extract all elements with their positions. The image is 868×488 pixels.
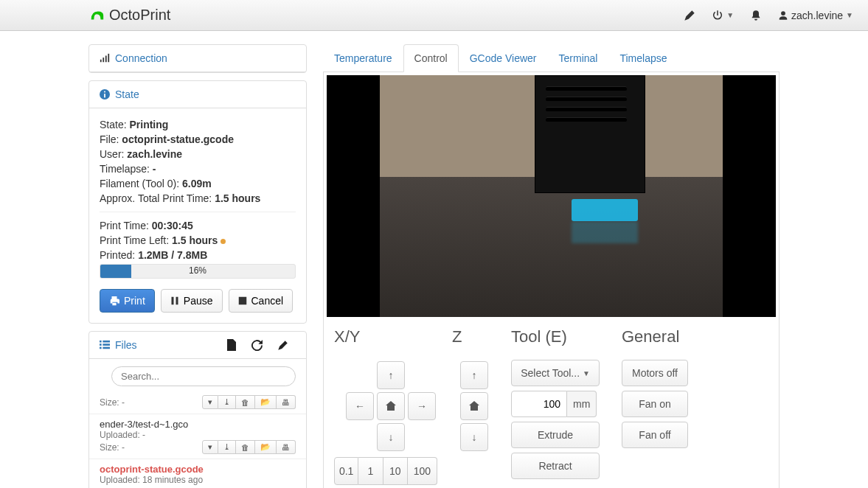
printed-label: Printed: (100, 249, 135, 261)
file-sort-icon[interactable]: ▾ (202, 440, 218, 454)
notifications-icon[interactable] (750, 10, 762, 21)
file-delete-icon[interactable]: 🗑 (236, 440, 255, 454)
progress-bar: 16% (100, 264, 296, 279)
svg-rect-7 (171, 297, 173, 305)
webcam-stream[interactable] (327, 75, 776, 317)
step-1[interactable]: 1 (358, 457, 383, 485)
file-row-current[interactable]: octoprint-statue.gcode Uploaded: 18 minu… (89, 459, 306, 488)
approx-value: 1.5 hours (215, 192, 260, 204)
left-label: Print Time Left: (100, 234, 169, 246)
xy-title: X/Y (334, 327, 437, 346)
svg-rect-12 (100, 344, 102, 346)
file-row[interactable]: ender-3/test-d~1.gco Uploaded: - Size: -… (89, 414, 306, 459)
file-download-icon[interactable]: ⤓ (218, 440, 236, 454)
connection-panel: Connection (88, 44, 307, 73)
refresh-icon[interactable] (244, 340, 270, 351)
file-label: File: (100, 133, 119, 145)
progress-label: 16% (100, 265, 295, 276)
top-navbar: OctoPrint ▼ zach.levine ▼ (0, 0, 868, 31)
tab-control[interactable]: Control (403, 44, 459, 72)
extrude-unit: mm (567, 391, 597, 417)
motors-off-button[interactable]: Motors off (622, 360, 688, 386)
user-menu[interactable]: zach.levine ▼ (778, 10, 853, 21)
files-title-link[interactable]: Files (100, 339, 137, 351)
approx-label: Approx. Total Print Time: (100, 192, 212, 204)
fan-off-button[interactable]: Fan off (622, 422, 688, 448)
state-title[interactable]: State (115, 88, 139, 100)
uploaded-value: 18 minutes ago (142, 475, 203, 485)
svg-rect-14 (100, 347, 102, 349)
home-xy[interactable] (377, 392, 405, 420)
file-load-icon[interactable]: 📂 (255, 395, 277, 409)
svg-rect-10 (100, 341, 102, 343)
z-title: Z (452, 327, 496, 346)
tab-timelapse[interactable]: Timelapse (608, 44, 678, 72)
step-0-1[interactable]: 0.1 (334, 457, 358, 485)
tab-temperature[interactable]: Temperature (323, 44, 403, 72)
left-value: 1.5 hours (172, 234, 218, 246)
file-download-icon[interactable]: ⤓ (218, 395, 236, 409)
cancel-label: Cancel (251, 295, 284, 307)
svg-rect-8 (176, 297, 178, 305)
files-panel: Files Size: - ▾ ⤓ 🗑 📂 🖶 (88, 331, 307, 488)
files-search-input[interactable] (111, 366, 296, 386)
state-label: State: (100, 119, 127, 130)
cancel-button[interactable]: Cancel (229, 289, 294, 313)
settings-icon[interactable] (684, 10, 695, 21)
svg-rect-9 (238, 297, 246, 305)
svg-rect-5 (104, 94, 105, 97)
info-icon (100, 89, 110, 100)
state-panel: State State: Printing File: octoprint-st… (88, 80, 307, 324)
file-icon[interactable] (219, 339, 244, 351)
power-menu[interactable]: ▼ (712, 10, 734, 21)
fan-on-button[interactable]: Fan on (622, 391, 688, 417)
file-delete-icon[interactable]: 🗑 (236, 395, 255, 409)
caret-down-icon: ▼ (846, 11, 853, 19)
filament-label: Filament (Tool 0): (100, 178, 179, 189)
brand-text: OctoPrint (109, 7, 170, 24)
jog-x-right[interactable]: → (408, 392, 436, 420)
pause-button[interactable]: Pause (161, 289, 223, 313)
extrude-button[interactable]: Extrude (511, 422, 600, 448)
print-button[interactable]: Print (100, 289, 155, 313)
uploaded-label: Uploaded: (100, 430, 140, 440)
svg-rect-1 (103, 57, 104, 62)
uploaded-label: Uploaded: (100, 475, 140, 485)
file-print-icon[interactable]: 🖶 (277, 440, 296, 454)
filament-value: 6.09m (182, 178, 212, 189)
jog-y-down[interactable]: ↓ (377, 423, 405, 451)
select-tool-dropdown[interactable]: Select Tool... ▼ (511, 360, 600, 386)
home-z[interactable] (460, 392, 488, 420)
estimate-dot-icon (221, 239, 226, 244)
svg-rect-6 (104, 91, 105, 93)
connection-title[interactable]: Connection (115, 52, 167, 64)
jog-z-down[interactable]: ↓ (460, 423, 488, 451)
step-100[interactable]: 100 (408, 457, 437, 485)
extrude-amount-input[interactable] (511, 391, 567, 417)
svg-rect-2 (105, 56, 107, 63)
file-print-icon[interactable]: 🖶 (277, 395, 296, 409)
timelapse-label: Timelapse: (100, 163, 150, 175)
tab-gcode[interactable]: GCode Viewer (459, 44, 548, 72)
print-time-label: Print Time: (100, 220, 149, 231)
svg-rect-15 (103, 347, 110, 349)
jog-z-up[interactable]: ↑ (460, 361, 488, 389)
user-name: zach.levine (791, 10, 843, 21)
jog-y-up[interactable]: ↑ (377, 361, 405, 389)
tab-terminal[interactable]: Terminal (548, 44, 609, 72)
file-name-current: octoprint-statue.gcode (100, 464, 296, 475)
wrench-icon[interactable] (270, 340, 296, 351)
state-value: Printing (129, 119, 168, 130)
size-value: - (122, 397, 125, 408)
signal-icon (100, 53, 110, 63)
retract-button[interactable]: Retract (511, 453, 600, 479)
file-load-icon[interactable]: 📂 (255, 440, 277, 454)
print-time-value: 00:30:45 (152, 220, 193, 231)
jog-x-left[interactable]: ← (346, 392, 374, 420)
file-sort-icon[interactable]: ▾ (202, 395, 218, 409)
uploaded-value: - (142, 430, 145, 440)
pause-label: Pause (184, 295, 213, 307)
select-tool-label: Select Tool... (521, 367, 580, 379)
brand-logo[interactable]: OctoPrint (88, 7, 170, 24)
step-10[interactable]: 10 (383, 457, 408, 485)
